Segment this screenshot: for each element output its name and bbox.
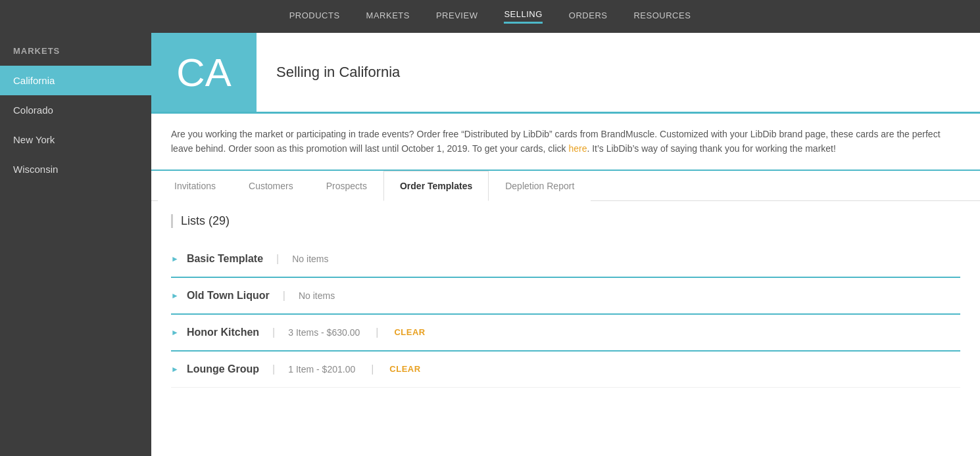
nav-orders[interactable]: ORDERS: [569, 11, 608, 23]
template-name-old-town: Old Town Liquor: [187, 290, 270, 302]
state-badge: CA: [151, 33, 257, 112]
template-info-old-town: No items: [299, 290, 335, 301]
sidebar-item-wisconsin[interactable]: Wisconsin: [0, 154, 151, 184]
clear-divider-lounge-group: |: [371, 363, 374, 375]
sidebar-title: MARKETS: [0, 46, 151, 66]
top-navigation: PRODUCTS MARKETS PREVIEW SELLING ORDERS …: [0, 0, 980, 33]
clear-button-lounge-group[interactable]: CLEAR: [389, 364, 420, 374]
template-name-honor-kitchen: Honor Kitchen: [187, 327, 259, 338]
nav-preview[interactable]: PREVIEW: [436, 11, 478, 23]
template-item-old-town: ► Old Town Liquor | No items: [171, 278, 960, 315]
expand-icon-old-town[interactable]: ►: [171, 291, 179, 300]
sidebar-item-colorado[interactable]: Colorado: [0, 95, 151, 125]
promo-banner: Are you working the market or participat…: [151, 114, 980, 171]
expand-icon-lounge-group[interactable]: ►: [171, 365, 179, 374]
state-title: Selling in California: [257, 64, 420, 81]
nav-resources[interactable]: RESOURCES: [633, 11, 691, 23]
main-content: CA Selling in California Are you working…: [151, 33, 980, 456]
tab-prospects[interactable]: Prospects: [310, 171, 383, 201]
promo-link[interactable]: here: [568, 143, 587, 154]
template-name-lounge-group: Lounge Group: [187, 363, 259, 375]
template-item-basic: ► Basic Template | No items: [171, 241, 960, 278]
tabs-container: Invitations Customers Prospects Order Te…: [151, 171, 980, 201]
promo-text-after: . It’s LibDib’s way of saying thank you …: [587, 143, 835, 154]
nav-selling[interactable]: SELLING: [504, 9, 542, 24]
lists-section: Lists (29) ► Basic Template | No items ►…: [151, 201, 980, 401]
template-name-basic: Basic Template: [187, 253, 263, 265]
tab-invitations[interactable]: Invitations: [158, 171, 232, 201]
template-item-lounge-group: ► Lounge Group | 1 Item - $201.00 | CLEA…: [171, 352, 960, 388]
sidebar: MARKETS California Colorado New York Wis…: [0, 33, 151, 456]
template-item-honor-kitchen: ► Honor Kitchen | 3 Items - $630.00 | CL…: [171, 315, 960, 352]
divider-lounge-group: |: [272, 363, 275, 375]
nav-products[interactable]: PRODUCTS: [289, 11, 340, 23]
sidebar-item-new-york[interactable]: New York: [0, 125, 151, 154]
template-info-lounge-group: 1 Item - $201.00: [288, 364, 355, 375]
expand-icon-honor-kitchen[interactable]: ►: [171, 328, 179, 337]
expand-icon-basic[interactable]: ►: [171, 254, 179, 263]
clear-button-honor-kitchen[interactable]: CLEAR: [394, 327, 425, 337]
tab-customers[interactable]: Customers: [232, 171, 310, 201]
divider-old-town: |: [283, 290, 285, 302]
app-layout: MARKETS California Colorado New York Wis…: [0, 33, 980, 456]
state-header: CA Selling in California: [151, 33, 980, 114]
template-info-honor-kitchen: 3 Items - $630.00: [288, 327, 360, 338]
tab-depletion-report[interactable]: Depletion Report: [489, 171, 591, 201]
sidebar-item-california[interactable]: California: [0, 66, 151, 95]
tab-order-templates[interactable]: Order Templates: [383, 171, 489, 201]
divider-basic: |: [276, 253, 279, 265]
clear-divider-honor-kitchen: |: [376, 327, 378, 338]
lists-header: Lists (29): [171, 214, 960, 228]
divider-honor-kitchen: |: [272, 327, 275, 338]
template-info-basic: No items: [292, 254, 328, 264]
nav-markets[interactable]: MARKETS: [366, 11, 410, 23]
